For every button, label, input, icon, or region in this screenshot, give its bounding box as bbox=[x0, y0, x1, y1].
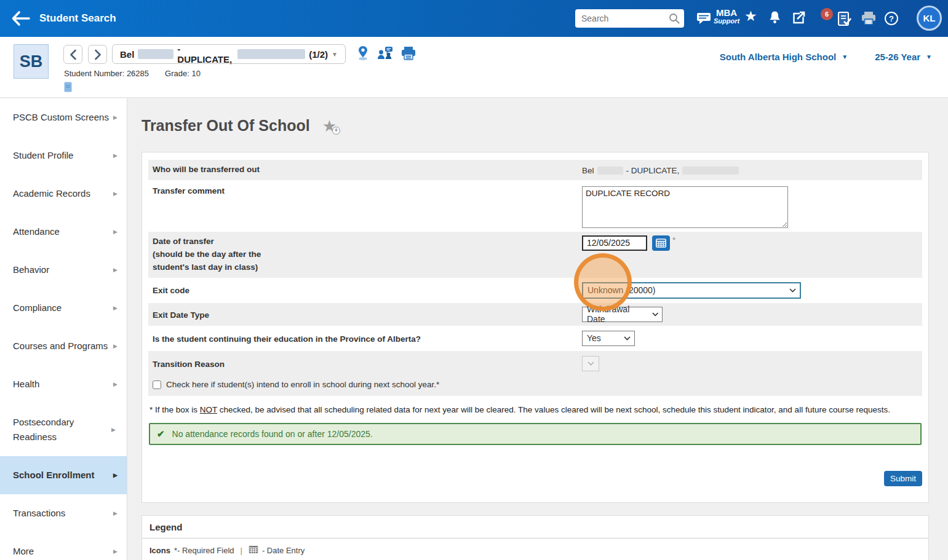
next-student-button[interactable] bbox=[88, 45, 107, 64]
chevron-down-icon: ▼ bbox=[842, 53, 848, 60]
comment-row: Transfer comment DUPLICATE RECORD bbox=[148, 181, 922, 232]
back-arrow-icon[interactable] bbox=[11, 10, 31, 26]
previous-student-button[interactable] bbox=[63, 45, 82, 64]
enroll-next-year-label: Check here if student(s) intend to enrol… bbox=[166, 380, 439, 389]
date-row: Date of transfer (should be the day afte… bbox=[148, 232, 922, 279]
attendance-success-message: ✔ No attendance records found on or afte… bbox=[149, 423, 922, 445]
location-pin-icon[interactable] bbox=[357, 45, 369, 63]
submit-button[interactable]: Submit bbox=[884, 471, 922, 486]
chevron-right-icon: ▶ bbox=[113, 547, 118, 556]
exit-date-type-select[interactable]: Withdrawal Date bbox=[582, 307, 663, 322]
chevron-down-icon: ▼ bbox=[926, 53, 932, 60]
sidebar-item-health[interactable]: Health▶ bbox=[0, 365, 127, 403]
legend-date-entry: - Date Entry bbox=[262, 546, 305, 555]
transition-reason-row: Transition Reason bbox=[148, 351, 922, 375]
main-content: Transfer Out Of School ★+ Who will be tr… bbox=[127, 98, 948, 560]
legend-required-field: *- Required Field bbox=[174, 546, 234, 555]
sidebar-item-behavior[interactable]: Behavior▶ bbox=[0, 251, 127, 289]
chevron-right-icon: ▶ bbox=[111, 425, 116, 434]
note-document-icon[interactable] bbox=[64, 82, 72, 95]
chevron-down-icon bbox=[588, 361, 594, 366]
required-asterisk: * bbox=[672, 235, 675, 245]
search-icon[interactable] bbox=[668, 12, 680, 27]
transition-reason-select-disabled bbox=[582, 356, 599, 371]
sidebar-item-school-enrollment[interactable]: School Enrollment▶ bbox=[0, 456, 127, 494]
sidebar-item-student-profile[interactable]: Student Profile▶ bbox=[0, 136, 127, 175]
calendar-button[interactable] bbox=[652, 235, 670, 251]
global-search[interactable] bbox=[575, 9, 684, 28]
app-title: Student Search bbox=[39, 12, 116, 25]
exit-code-select[interactable]: Unknown (20000) bbox=[582, 282, 801, 299]
sidebar-item-compliance[interactable]: Compliance▶ bbox=[0, 289, 127, 327]
chevron-down-icon bbox=[652, 312, 658, 317]
sidebar-item-attendance[interactable]: Attendance▶ bbox=[0, 213, 127, 251]
sidebar-item-courses-and-programs[interactable]: Courses and Programs▶ bbox=[0, 327, 127, 365]
document-check-icon[interactable] bbox=[837, 11, 852, 30]
chevron-down-icon bbox=[624, 336, 631, 341]
chevron-down-icon: ▼ bbox=[332, 51, 338, 58]
chevron-right-icon: ▶ bbox=[113, 189, 118, 198]
redacted-text bbox=[682, 167, 739, 175]
chevron-right-icon: ▶ bbox=[113, 342, 118, 350]
redacted-text bbox=[597, 167, 623, 175]
notification-count-badge[interactable]: 6 bbox=[821, 8, 833, 20]
school-selector[interactable]: South Alberta High School ▼ bbox=[720, 52, 848, 62]
top-navigation-bar: Student Search MBA Support ★ 6 ? KL bbox=[0, 0, 948, 37]
calendar-icon bbox=[249, 545, 258, 556]
legend-icons-label: Icons bbox=[149, 546, 170, 555]
sidebar-item-postsecondary-readiness[interactable]: Postsecondary Readiness▶ bbox=[0, 403, 127, 456]
chevron-right-icon: ▶ bbox=[113, 380, 118, 388]
who-label: Who will be transferred out bbox=[148, 160, 582, 180]
footnote: * If the box is NOT checked, be advised … bbox=[148, 397, 922, 417]
year-selector[interactable]: 25-26 Year ▼ bbox=[875, 52, 932, 62]
chevron-right-icon: ▶ bbox=[113, 509, 118, 518]
plus-badge: + bbox=[332, 127, 340, 135]
who-row: Who will be transferred out Bel - DUPLIC… bbox=[148, 160, 922, 181]
redacted-text bbox=[138, 49, 173, 59]
sidebar-item-more[interactable]: More▶ bbox=[0, 532, 127, 560]
legend-panel: Legend Icons *- Required Field | - Date … bbox=[141, 515, 929, 560]
continuing-education-row: Is the student continuing their educatio… bbox=[148, 327, 922, 351]
comment-label: Transfer comment bbox=[148, 181, 582, 231]
transfer-comment-textarea[interactable]: DUPLICATE RECORD bbox=[582, 186, 788, 228]
exit-code-row: Exit code Unknown (20000) bbox=[148, 279, 922, 303]
mba-support-logo[interactable]: MBA Support bbox=[714, 8, 739, 25]
transition-reason-label: Transition Reason bbox=[148, 351, 582, 375]
legend-separator: | bbox=[241, 546, 242, 555]
continuing-education-select[interactable]: Yes bbox=[582, 331, 635, 346]
student-header: SB Bel - DUPLICATE, (1/2) ▼ Student Numb… bbox=[0, 37, 948, 98]
chevron-right-icon: ▶ bbox=[113, 227, 118, 236]
sidebar-item-transactions[interactable]: Transactions▶ bbox=[0, 494, 127, 532]
help-icon[interactable]: ? bbox=[885, 12, 898, 25]
redacted-text bbox=[237, 49, 305, 59]
chevron-right-icon: ▶ bbox=[113, 304, 118, 312]
sidebar-item-academic-records[interactable]: Academic Records▶ bbox=[0, 175, 127, 213]
compose-share-icon[interactable] bbox=[792, 11, 805, 27]
student-name-part: - DUPLICATE, bbox=[177, 44, 234, 65]
student-name-part: Bel bbox=[120, 49, 134, 60]
student-number: Student Number: 26285 bbox=[64, 69, 149, 78]
page-title: Transfer Out Of School bbox=[141, 117, 310, 135]
check-icon: ✔ bbox=[157, 428, 165, 440]
add-to-favorites-icon[interactable]: ★+ bbox=[322, 118, 337, 134]
family-communication-icon[interactable] bbox=[377, 46, 393, 63]
chevron-right-icon: ▶ bbox=[113, 266, 118, 274]
chevron-down-icon bbox=[789, 288, 796, 293]
date-label: Date of transfer (should be the day afte… bbox=[148, 232, 582, 278]
user-avatar[interactable]: KL bbox=[917, 6, 942, 31]
student-name-selector[interactable]: Bel - DUPLICATE, (1/2) ▼ bbox=[112, 44, 346, 64]
transfer-date-input[interactable] bbox=[582, 235, 647, 251]
print-icon[interactable] bbox=[861, 12, 876, 28]
student-pager: (1/2) bbox=[309, 49, 328, 60]
sidebar-item-pscb-custom-screens[interactable]: PSCB Custom Screens▶ bbox=[0, 98, 127, 136]
notifications-bell-icon[interactable] bbox=[768, 10, 781, 27]
favorites-star-icon[interactable]: ★ bbox=[744, 9, 757, 23]
enroll-next-year-row: Check here if student(s) intend to enrol… bbox=[148, 374, 922, 397]
school-logo[interactable]: SB bbox=[14, 44, 49, 79]
messages-icon[interactable] bbox=[696, 12, 711, 27]
print-student-icon[interactable] bbox=[401, 47, 416, 63]
enroll-next-year-checkbox[interactable] bbox=[153, 381, 161, 389]
transfer-form-panel: Who will be transferred out Bel - DUPLIC… bbox=[141, 152, 929, 503]
continuing-education-label: Is the student continuing their educatio… bbox=[148, 327, 582, 350]
chevron-right-icon: ▶ bbox=[113, 471, 118, 479]
